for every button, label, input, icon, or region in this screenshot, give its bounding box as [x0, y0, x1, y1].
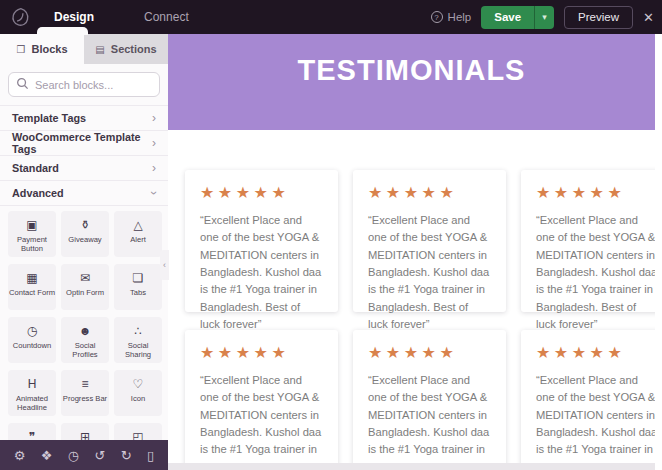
testimonials-grid: ★★★★★ “Excellent Place and one of the be…: [168, 170, 655, 470]
blocks-icon: ❒: [16, 44, 25, 55]
sections-icon: ▤: [95, 44, 104, 55]
active-tab-notch: [37, 27, 88, 35]
section-title[interactable]: TESTIMONIALS: [298, 54, 526, 87]
contact-form-icon: ▦: [26, 271, 37, 285]
close-icon[interactable]: ✕: [643, 10, 657, 25]
chevron-right-icon: ›: [152, 112, 156, 124]
block-tile-label: Contact Form: [9, 288, 55, 297]
block-tile-contact-form[interactable]: ▦ Contact Form: [8, 264, 56, 310]
next-section-edge: [168, 463, 655, 470]
block-tile-icon[interactable]: ♡ Icon: [114, 370, 162, 416]
block-tile-label: Tabs: [130, 288, 146, 297]
block-tile-alert[interactable]: △ Alert: [114, 211, 162, 257]
search-blocks-input[interactable]: [8, 72, 160, 97]
testimonials-header-section[interactable]: TESTIMONIALS: [168, 34, 655, 130]
canvas-viewport: TESTIMONIALS ★★★★★ “Excellent Place and …: [168, 34, 655, 470]
layers-icon[interactable]: ❖: [41, 449, 53, 462]
advanced-blocks-grid: ▣ Payment Button ⚱ Giveaway △ Alert ▦ Co…: [0, 206, 168, 470]
block-tile-giveaway[interactable]: ⚱ Giveaway: [61, 211, 109, 257]
progress-bar-icon: ≡: [81, 377, 88, 391]
accordion-template-tags[interactable]: Template Tags ›: [0, 106, 168, 131]
editor-canvas: TESTIMONIALS ★★★★★ “Excellent Place and …: [168, 34, 662, 470]
accordion-woocommerce-template-tags[interactable]: WooCommerce Template Tags ›: [0, 131, 168, 156]
mobile-preview-icon[interactable]: ▯: [147, 449, 154, 462]
testimonial-text: “Excellent Place and one of the best YOG…: [200, 372, 323, 470]
seedprod-logo[interactable]: [0, 0, 40, 34]
block-tile-label: Social Sharing: [114, 341, 162, 360]
block-tile-social-profiles[interactable]: ☻ Social Profiles: [61, 317, 109, 363]
block-tile-label: Optin Form: [66, 288, 104, 297]
block-tile-optin-form[interactable]: ✉ Optin Form: [61, 264, 109, 310]
star-rating: ★★★★★: [368, 185, 491, 201]
tabs-icon: ❏: [133, 271, 144, 285]
help-icon: ?: [431, 11, 443, 23]
star-rating: ★★★★★: [200, 185, 323, 201]
testimonial-card[interactable]: ★★★★★ “Excellent Place and one of the be…: [353, 170, 506, 312]
builder-bottom-toolbar: ⚙ ❖ ◷ ↺ ↻ ▯: [0, 440, 168, 470]
preview-button[interactable]: Preview: [564, 6, 633, 29]
help-label: Help: [448, 11, 472, 23]
testimonial-text: “Excellent Place and one of the best YOG…: [536, 212, 655, 334]
giveaway-icon: ⚱: [80, 218, 90, 232]
icon-block-icon: ♡: [133, 377, 144, 391]
accordion-advanced[interactable]: Advanced ›: [0, 181, 168, 206]
block-tile-label: Countdown: [13, 341, 51, 350]
leaf-logo-icon: [10, 7, 30, 27]
block-tile-label: Alert: [130, 235, 146, 244]
chevron-right-icon: ›: [152, 137, 156, 149]
testimonial-card[interactable]: ★★★★★ “Excellent Place and one of the be…: [185, 170, 338, 312]
search-icon: [16, 77, 29, 90]
redo-icon[interactable]: ↻: [121, 449, 132, 462]
chevron-right-icon: ›: [152, 162, 156, 174]
testimonial-text: “Excellent Place and one of the best YOG…: [536, 372, 655, 470]
top-bar: Design Connect ? Help Save ▾ Preview ✕: [0, 0, 662, 34]
undo-icon[interactable]: ↺: [95, 449, 106, 462]
testimonial-card[interactable]: ★★★★★ “Excellent Place and one of the be…: [353, 330, 506, 470]
social-profiles-icon: ☻: [79, 324, 92, 338]
optin-form-icon: ✉: [80, 271, 90, 285]
accordion-standard[interactable]: Standard ›: [0, 156, 168, 181]
block-tile-label: Payment Button: [8, 235, 56, 254]
tab-blocks-label: Blocks: [31, 43, 67, 55]
tab-sections-label: Sections: [111, 43, 157, 55]
accordion-label: WooCommerce Template Tags: [12, 131, 152, 155]
tab-sections[interactable]: ▤ Sections: [84, 34, 168, 64]
payment-button-icon: ▣: [26, 218, 37, 232]
social-sharing-icon: ∴: [134, 324, 142, 338]
testimonial-text: “Excellent Place and one of the best YOG…: [368, 372, 491, 470]
testimonial-card[interactable]: ★★★★★ “Excellent Place and one of the be…: [185, 330, 338, 470]
accordion-label: Standard: [12, 162, 59, 174]
testimonial-text: “Excellent Place and one of the best YOG…: [368, 212, 491, 334]
save-button[interactable]: Save: [481, 6, 534, 29]
block-tile-social-sharing[interactable]: ∴ Social Sharing: [114, 317, 162, 363]
tab-blocks[interactable]: ❒ Blocks: [0, 34, 84, 64]
block-tile-label: Icon: [131, 394, 145, 403]
accordion-label: Template Tags: [12, 112, 86, 124]
save-dropdown-caret[interactable]: ▾: [534, 6, 554, 29]
block-tile-label: Social Profiles: [61, 341, 109, 360]
tab-connect[interactable]: Connect: [130, 0, 203, 34]
testimonial-text: “Excellent Place and one of the best YOG…: [200, 212, 323, 334]
sidebar-collapse-handle[interactable]: ‹: [160, 250, 169, 280]
revision-history-icon[interactable]: ◷: [68, 449, 79, 462]
animated-headline-icon: H: [28, 377, 37, 391]
block-tile-payment-button[interactable]: ▣ Payment Button: [8, 211, 56, 257]
settings-gear-icon[interactable]: ⚙: [14, 449, 26, 462]
star-rating: ★★★★★: [368, 345, 491, 361]
chevron-down-icon: ›: [148, 191, 160, 195]
block-tile-countdown[interactable]: ◷ Countdown: [8, 317, 56, 363]
page-builder-app: Design Connect ? Help Save ▾ Preview ✕ ❒…: [0, 0, 662, 470]
block-tile-label: Progress Bar: [63, 394, 107, 403]
block-tile-tabs[interactable]: ❏ Tabs: [114, 264, 162, 310]
countdown-icon: ◷: [27, 324, 37, 338]
star-rating: ★★★★★: [536, 345, 655, 361]
block-tile-animated-headline[interactable]: H Animated Headline: [8, 370, 56, 416]
testimonial-card[interactable]: ★★★★★ “Excellent Place and one of the be…: [521, 170, 655, 312]
star-rating: ★★★★★: [536, 185, 655, 201]
testimonial-card[interactable]: ★★★★★ “Excellent Place and one of the be…: [521, 330, 655, 470]
block-tile-progress-bar[interactable]: ≡ Progress Bar: [61, 370, 109, 416]
blocks-sidebar: ❒ Blocks ▤ Sections Template Tags › WooC…: [0, 34, 168, 470]
star-rating: ★★★★★: [200, 345, 323, 361]
alert-icon: △: [133, 218, 142, 232]
help-button[interactable]: ? Help: [431, 11, 472, 23]
